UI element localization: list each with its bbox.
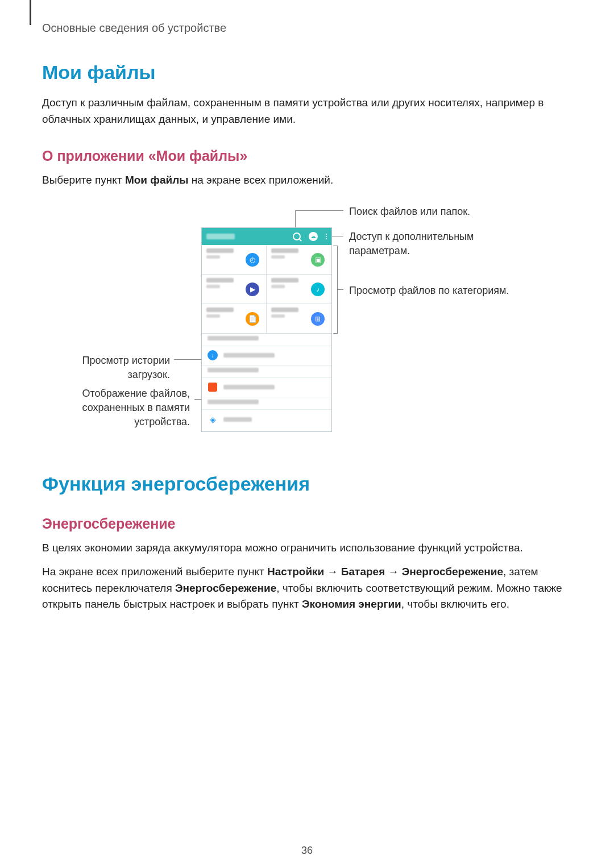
row-label-blurred — [223, 417, 252, 422]
tile-recent[interactable]: ◴ — [202, 245, 267, 275]
bracket — [333, 246, 338, 334]
instruction-bold: Мои файлы — [125, 174, 189, 186]
tile-documents[interactable]: 📄 — [202, 304, 267, 334]
tile-sub-blurred — [271, 285, 285, 288]
section-label-blurred — [208, 336, 259, 340]
leader-line — [338, 289, 343, 290]
tile-label-blurred — [271, 278, 298, 283]
header-actions: ☁ — [293, 232, 327, 241]
apps-icon: ⊞ — [311, 312, 325, 326]
callout-device-storage: Отображение файлов, сохраненных в памяти… — [42, 387, 190, 430]
tile-sub-blurred — [206, 314, 220, 318]
row-label-blurred — [223, 353, 275, 358]
tile-sub-blurred — [271, 314, 285, 318]
instruction-post: на экране всех приложений. — [188, 174, 333, 186]
clock-icon: ◴ — [246, 253, 259, 267]
tile-downloaded-apps[interactable]: ⊞ — [267, 304, 331, 334]
page-content: Мои файлы Доступ к различным файлам, сох… — [42, 61, 573, 617]
section-header-cloud — [202, 397, 331, 410]
row-download-history[interactable]: ↓ — [202, 346, 331, 366]
callout-categories: Просмотр файлов по категориям. — [349, 284, 509, 298]
my-files-intro: Доступ к различным файлам, сохраненным в… — [42, 95, 573, 127]
callout-download-history: Просмотр истории загрузок. — [42, 354, 170, 382]
tile-images[interactable]: ▣ — [267, 245, 331, 275]
phone-screenshot: ☁ ◴ ▣ ▶ — [201, 227, 332, 432]
callout-options: Доступ к дополнительным параметрам. — [349, 230, 520, 258]
section-title-power-saving: Функция энергосбережения — [42, 473, 573, 495]
row-dropbox[interactable]: ◈ — [202, 410, 331, 429]
instruction-pre: Выберите пункт — [42, 174, 125, 186]
download-icon: ↓ — [208, 350, 218, 360]
subheading-about-my-files: О приложении «Мои файлы» — [42, 148, 573, 164]
my-files-instruction: Выберите пункт Мои файлы на экране всех … — [42, 172, 573, 189]
tile-label-blurred — [271, 308, 298, 312]
section-header-local — [202, 366, 331, 378]
tile-label-blurred — [271, 248, 298, 253]
section-power-saving: Функция энергосбережения Энергосбережени… — [42, 473, 573, 613]
section-label-blurred — [208, 400, 259, 404]
search-icon[interactable] — [293, 232, 301, 240]
tile-audio[interactable]: ♪ — [267, 275, 331, 304]
document-icon: 📄 — [246, 312, 259, 326]
cloud-icon[interactable]: ☁ — [309, 232, 318, 241]
app-header: ☁ — [202, 228, 331, 245]
power-saving-p2: На экране всех приложений выберите пункт… — [42, 564, 573, 613]
subheading-power-saving: Энергосбережение — [42, 516, 573, 532]
leader-line — [295, 210, 343, 211]
row-device-storage[interactable] — [202, 378, 331, 397]
dropbox-icon: ◈ — [208, 414, 218, 425]
power-saving-p1: В целях экономии заряда аккумулятора мож… — [42, 540, 573, 556]
music-icon: ♪ — [311, 283, 325, 296]
section-label-blurred — [208, 368, 259, 372]
tile-sub-blurred — [206, 255, 220, 259]
app-title-blurred — [206, 234, 235, 239]
my-files-diagram: Поиск файлов или папок. Доступ к дополни… — [42, 200, 554, 439]
image-icon: ▣ — [311, 253, 325, 267]
page-number: 36 — [0, 845, 614, 857]
tile-label-blurred — [206, 308, 234, 312]
tile-label-blurred — [206, 278, 234, 283]
more-options-icon[interactable] — [326, 234, 327, 239]
tile-videos[interactable]: ▶ — [202, 275, 267, 304]
section-header-download — [202, 334, 331, 346]
tile-sub-blurred — [271, 255, 285, 259]
callout-search: Поиск файлов или папок. — [349, 205, 470, 219]
row-label-blurred — [223, 385, 275, 389]
leader-line — [331, 236, 343, 236]
device-storage-icon — [208, 382, 218, 392]
tile-sub-blurred — [206, 285, 220, 288]
page-corner-mark — [30, 0, 31, 25]
tile-label-blurred — [206, 248, 234, 253]
video-icon: ▶ — [246, 283, 259, 296]
breadcrumb: Основные сведения об устройстве — [42, 22, 226, 35]
section-title-my-files: Мои файлы — [42, 61, 573, 84]
category-grid: ◴ ▣ ▶ ♪ — [202, 245, 331, 334]
